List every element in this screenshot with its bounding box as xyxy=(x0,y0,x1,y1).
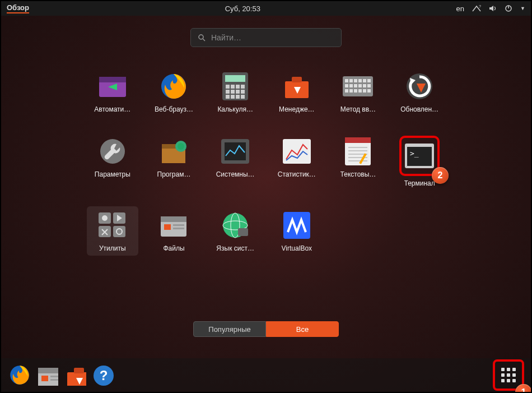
wrench-icon xyxy=(97,136,128,167)
package-icon xyxy=(158,136,189,167)
svg-rect-24 xyxy=(292,77,302,82)
svg-rect-43 xyxy=(363,89,366,93)
svg-point-3 xyxy=(199,35,203,39)
updater-icon xyxy=(404,71,435,102)
chevron-down-icon[interactable]: ▼ xyxy=(520,6,525,11)
svg-rect-15 xyxy=(226,90,230,94)
app-manager[interactable]: Менедже… xyxy=(271,67,323,117)
svg-text:>_: >_ xyxy=(410,149,419,158)
briefcase-icon xyxy=(281,71,312,102)
app-updates[interactable]: Обновлен… xyxy=(394,67,445,117)
svg-rect-36 xyxy=(358,84,362,87)
svg-line-4 xyxy=(203,39,205,41)
search-box[interactable] xyxy=(190,28,342,47)
svg-rect-34 xyxy=(349,84,353,87)
svg-rect-37 xyxy=(363,84,366,87)
app-terminal[interactable]: >_Терминал2 xyxy=(394,132,445,191)
dock-help[interactable]: ? xyxy=(92,363,115,387)
keyboard-layout-indicator[interactable]: en xyxy=(456,4,464,13)
show-apps-highlight: 1 xyxy=(493,359,524,391)
callout-badge-2: 2 xyxy=(432,167,449,184)
monitor-icon xyxy=(220,136,251,167)
dock: ? 1 xyxy=(1,358,531,392)
svg-rect-18 xyxy=(241,90,245,94)
vbox-icon xyxy=(281,210,312,241)
tab-frequent[interactable]: Популярные xyxy=(193,321,266,337)
tab-all[interactable]: Все xyxy=(266,321,339,337)
svg-rect-38 xyxy=(367,84,371,87)
app-label: Менедже… xyxy=(279,105,315,113)
app-software[interactable]: Програм… xyxy=(148,132,200,191)
top-bar: Обзор Суб, 20:53 en ? ▼ xyxy=(1,1,531,16)
svg-rect-29 xyxy=(354,79,357,82)
terminal-icon: >_ xyxy=(404,140,435,172)
svg-rect-35 xyxy=(354,84,357,87)
app-virtualbox[interactable]: VirtualBox xyxy=(271,206,323,256)
svg-rect-41 xyxy=(354,89,357,93)
app-label: Калькуля… xyxy=(217,105,253,113)
svg-rect-13 xyxy=(236,85,240,89)
app-utilities[interactable]: Утилиты xyxy=(87,206,138,256)
app-label: Терминал xyxy=(404,179,435,187)
svg-rect-22 xyxy=(241,95,245,99)
search-input[interactable] xyxy=(211,33,334,42)
app-label: Утилиты xyxy=(99,244,126,252)
app-sysmon[interactable]: Системны… xyxy=(209,132,261,191)
app-text-editor[interactable]: Текстовы… xyxy=(333,132,384,191)
svg-rect-14 xyxy=(241,85,245,89)
dock-software[interactable] xyxy=(64,363,87,387)
show-apps-button[interactable] xyxy=(496,363,521,387)
calculator-icon xyxy=(220,71,251,102)
svg-rect-17 xyxy=(236,90,240,94)
svg-rect-32 xyxy=(367,79,371,82)
app-label: Програм… xyxy=(157,170,191,178)
svg-rect-33 xyxy=(345,84,348,87)
svg-rect-21 xyxy=(236,95,240,99)
firefox-icon xyxy=(9,364,30,386)
svg-rect-6 xyxy=(99,77,126,82)
app-firefox[interactable]: Веб-брауз… xyxy=(148,67,200,117)
window-purple-icon xyxy=(97,71,128,102)
svg-rect-90 xyxy=(74,368,84,373)
app-label: Веб-брауз… xyxy=(155,105,193,113)
status-area: en ? ▼ xyxy=(456,4,525,13)
svg-rect-69 xyxy=(113,226,125,237)
svg-rect-86 xyxy=(41,376,48,381)
svg-rect-42 xyxy=(358,89,362,93)
svg-rect-30 xyxy=(358,79,362,82)
search-icon xyxy=(198,34,206,41)
app-autostart[interactable]: Автомати… xyxy=(87,67,138,117)
svg-rect-39 xyxy=(345,89,348,93)
app-label: Текстовы… xyxy=(340,170,376,178)
app-lang-support[interactable]: Язык сист… xyxy=(209,206,261,256)
app-calculator[interactable]: Калькуля… xyxy=(209,67,261,117)
svg-rect-40 xyxy=(349,89,353,93)
app-label: Параметры xyxy=(95,170,130,178)
dock-files[interactable] xyxy=(36,363,59,387)
activities-button[interactable]: Обзор xyxy=(7,3,29,13)
svg-rect-19 xyxy=(226,95,230,99)
app-label: Системны… xyxy=(216,170,255,178)
app-input-method[interactable]: Метод вв… xyxy=(333,67,384,117)
app-settings[interactable]: Параметры xyxy=(87,132,138,191)
dock-firefox[interactable] xyxy=(8,363,31,387)
svg-rect-75 xyxy=(164,224,171,230)
clock[interactable]: Суб, 20:53 xyxy=(29,4,456,13)
svg-rect-28 xyxy=(349,79,353,82)
svg-rect-16 xyxy=(231,90,235,94)
volume-icon[interactable] xyxy=(489,5,497,12)
briefcase-icon xyxy=(65,364,86,386)
svg-rect-81 xyxy=(238,228,248,236)
app-stats[interactable]: Статистик… xyxy=(271,132,323,191)
svg-rect-85 xyxy=(38,368,58,373)
app-label: Автомати… xyxy=(94,105,130,113)
files-icon xyxy=(37,364,58,386)
network-icon[interactable]: ? xyxy=(472,5,481,12)
svg-rect-27 xyxy=(345,79,348,82)
power-icon[interactable] xyxy=(505,4,512,12)
svg-rect-87 xyxy=(50,376,58,377)
keyboard-icon xyxy=(342,71,374,102)
app-files[interactable]: Файлы xyxy=(148,206,200,256)
firefox-icon xyxy=(158,71,189,102)
svg-rect-44 xyxy=(367,89,371,93)
